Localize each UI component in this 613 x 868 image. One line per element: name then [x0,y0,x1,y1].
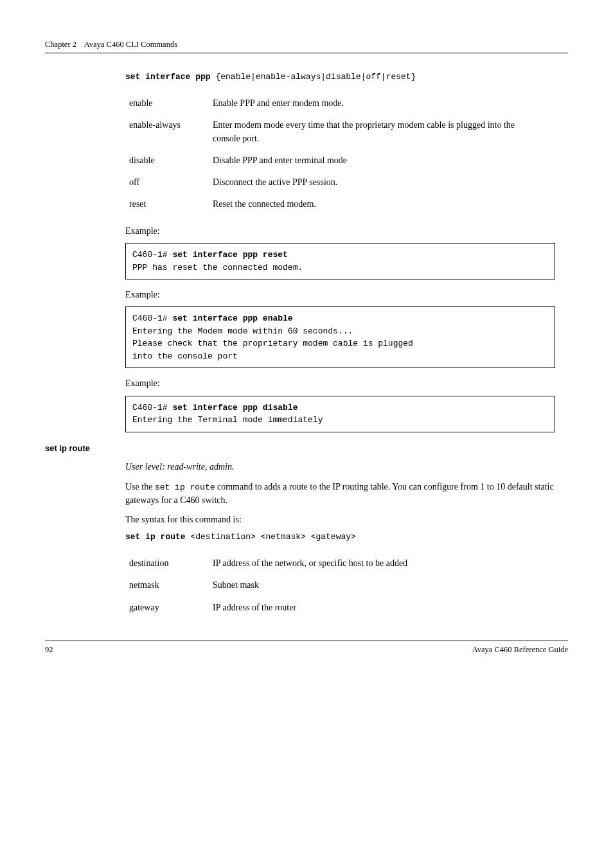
cmd2-description: Use the set ip route command to adds a r… [125,481,555,507]
example-box-3: C460-1# set interface ppp disable Enteri… [125,396,555,432]
cmd1-syntax-keyword: set interface ppp [125,72,211,82]
cmd1-param-table: enable Enable PPP and enter modem mode. … [129,93,542,216]
param-desc: Enter modem mode every time that the pro… [213,114,542,150]
cmd2-syntax-args: <destination> <netmask> <gateway> [186,532,356,542]
param-desc: IP address of the router [213,597,542,619]
cmd1-syntax: set interface ppp {enable|enable-always|… [125,71,555,84]
chapter-header: Chapter 2 Avaya C460 CLI Commands [45,39,568,50]
param-desc: Disable PPP and enter terminal mode [213,150,542,172]
table-row: enable-always Enter modem mode every tim… [129,114,542,150]
param-name: gateway [129,597,213,619]
cmd2-param-table: destination IP address of the network, o… [129,553,542,619]
table-row: off Disconnect the active PPP session. [129,172,542,193]
param-desc: Reset the connected modem. [213,193,542,215]
table-row: enable Enable PPP and enter modem mode. [129,93,542,114]
ex2-out: Entering the Modem mode within 60 second… [132,326,418,361]
example-label-2: Example: [125,288,555,301]
ex1-prompt: C460-1# [132,250,172,260]
table-row: disable Disable PPP and enter terminal m… [129,150,542,172]
param-desc: Disconnect the active PPP session. [213,172,542,193]
ex3-cmd: set interface ppp disable [172,403,298,412]
table-row: destination IP address of the network, o… [129,553,542,574]
chapter-title: Avaya C460 CLI Commands [84,40,177,49]
ex2-prompt: C460-1# [132,314,172,323]
param-name: destination [129,553,213,574]
page-number: 92 [45,644,53,655]
cmd2-heading: set ip route [45,443,568,455]
ex3-prompt: C460-1# [132,403,172,412]
ex2-cmd: set interface ppp enable [172,314,292,323]
cmd2-desc-code: set ip route [155,483,215,492]
doc-title: Avaya C460 Reference Guide [472,644,568,655]
table-row: reset Reset the connected modem. [129,193,542,215]
param-name: enable-always [129,114,213,150]
chapter-number: Chapter 2 [45,40,76,49]
table-row: netmask Subnet mask [129,574,542,596]
cmd2-desc-pre: Use the [125,482,155,492]
ex3-out: Entering the Terminal mode immediately [132,415,323,425]
param-desc: Subnet mask [213,574,542,596]
user-level: User level: read-write, admin. [125,461,555,474]
page-footer: 92 Avaya C460 Reference Guide [45,641,568,655]
param-desc: Enable PPP and enter modem mode. [213,93,542,114]
example-label-3: Example: [125,377,555,390]
table-row: gateway IP address of the router [129,597,542,619]
param-name: disable [129,150,213,172]
main-content: set interface ppp {enable|enable-always|… [125,71,555,432]
param-desc: IP address of the network, or specific h… [213,553,542,574]
header-rule [45,53,568,53]
cmd1-syntax-args: {enable|enable-always|disable|off|reset} [211,72,416,82]
ex1-out: PPP has reset the connected modem. [132,263,303,272]
cmd2-syntax-keyword: set ip route [125,532,186,542]
example-box-1: C460-1# set interface ppp reset PPP has … [125,243,555,279]
param-name: netmask [129,574,213,596]
ex1-cmd: set interface ppp reset [172,250,287,260]
example-box-2: C460-1# set interface ppp enable Enterin… [125,306,555,368]
example-label-1: Example: [125,225,555,238]
param-name: off [129,172,213,193]
param-name: enable [129,93,213,114]
cmd2-syntax-label: The syntax for this command is: [125,513,555,526]
cmd2-syntax: set ip route <destination> <netmask> <ga… [125,531,555,544]
cmd2-content: User level: read-write, admin. Use the s… [125,461,555,618]
param-name: reset [129,193,213,215]
